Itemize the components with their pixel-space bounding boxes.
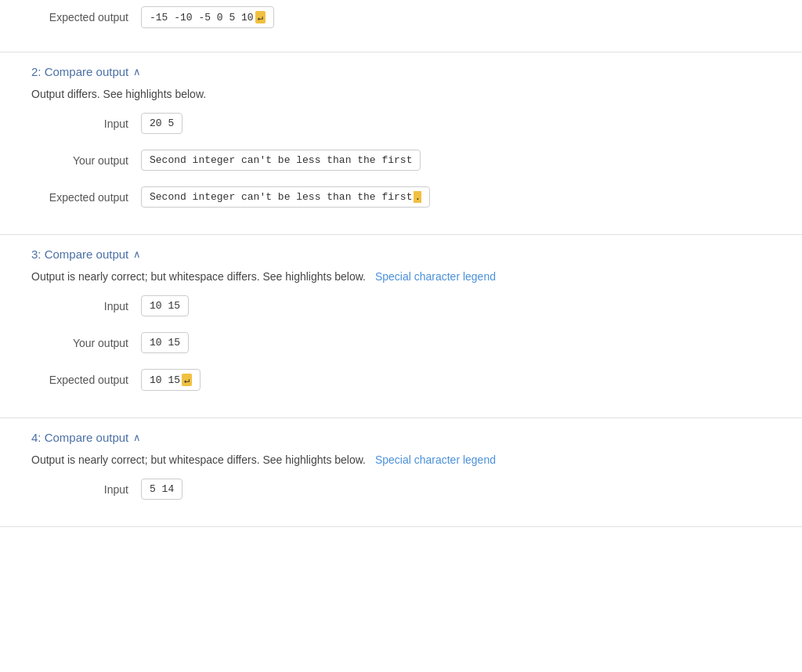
newline-char-top: ↵ — [255, 11, 266, 23]
input-box-4: 5 14 — [141, 479, 182, 500]
period-highlight-2: . — [414, 191, 421, 203]
input-row-3: Input 10 15 — [31, 295, 771, 316]
expected-output-label-top: Expected output — [31, 11, 141, 23]
compare-header-label-2: 2: Compare output — [31, 65, 128, 78]
input-row-2: Input 20 5 — [31, 113, 771, 134]
status-text-3: Output is nearly correct; but whitespace… — [31, 270, 771, 283]
chevron-icon-3[interactable]: ∧ — [133, 248, 141, 260]
status-text-2: Output differs. See highlights below. — [31, 88, 771, 100]
chevron-icon-4[interactable]: ∧ — [133, 432, 141, 443]
expected-output-label-3: Expected output — [31, 374, 141, 386]
special-char-link-4[interactable]: Special character legend — [375, 453, 496, 466]
expected-output-box-top: -15 -10 -5 0 5 10 ↵ — [141, 6, 274, 28]
input-value-4: 5 14 — [150, 483, 174, 495]
your-output-label-2: Your output — [31, 154, 141, 167]
expected-output-row-2: Expected output Second integer can't be … — [31, 186, 771, 208]
input-label-4: Input — [31, 483, 141, 496]
input-label-3: Input — [31, 300, 141, 313]
compare-section-2: 2: Compare output ∧ Output differs. See … — [0, 52, 802, 235]
special-char-link-3[interactable]: Special character legend — [375, 270, 496, 283]
page-wrapper: Expected output -15 -10 -5 0 5 10 ↵ 2: C… — [0, 0, 802, 527]
input-box-2: 20 5 — [141, 113, 182, 134]
status-label-4: Output is nearly correct; but whitespace… — [31, 453, 366, 466]
input-value-3: 10 15 — [150, 300, 180, 312]
expected-output-row-3: Expected output 10 15 ↵ — [31, 369, 771, 391]
status-label-3: Output is nearly correct; but whitespace… — [31, 270, 366, 283]
expected-output-value-top: -15 -10 -5 0 5 10 — [150, 12, 254, 23]
newline-char-3: ↵ — [182, 374, 192, 386]
fields-group-4: Input 5 14 — [31, 479, 771, 508]
input-box-3: 10 15 — [141, 295, 189, 316]
your-output-box-2: Second integer can't be less than the fi… — [141, 150, 421, 171]
status-text-4: Output is nearly correct; but whitespace… — [31, 453, 771, 466]
expected-output-value-2: Second integer can't be less than the fi… — [150, 191, 412, 203]
your-output-label-3: Your output — [31, 337, 141, 349]
input-row-4: Input 5 14 — [31, 479, 771, 500]
compare-section-4: 4: Compare output ∧ Output is nearly cor… — [0, 418, 802, 527]
compare-header-label-3: 3: Compare output — [31, 247, 128, 261]
fields-group-2: Input 20 5 Your output Second integer ca… — [31, 113, 771, 215]
your-output-value-2: Second integer can't be less than the fi… — [150, 154, 412, 166]
input-value-2: 20 5 — [150, 117, 174, 129]
expected-output-row-top: Expected output -15 -10 -5 0 5 10 ↵ — [31, 6, 771, 28]
expected-output-value-3: 10 15 — [150, 374, 180, 386]
compare-header-4: 4: Compare output ∧ — [31, 431, 771, 444]
expected-output-box-3: 10 15 ↵ — [141, 369, 200, 391]
expected-output-box-2: Second integer can't be less than the fi… — [141, 186, 430, 208]
your-output-box-3: 10 15 — [141, 332, 189, 353]
input-label-2: Input — [31, 117, 141, 130]
compare-header-2: 2: Compare output ∧ — [31, 65, 771, 78]
compare-section-3: 3: Compare output ∧ Output is nearly cor… — [0, 235, 802, 418]
compare-header-label-4: 4: Compare output — [31, 431, 128, 444]
your-output-row-3: Your output 10 15 — [31, 332, 771, 353]
top-section: Expected output -15 -10 -5 0 5 10 ↵ — [0, 0, 802, 52]
expected-output-label-2: Expected output — [31, 191, 141, 204]
fields-group-3: Input 10 15 Your output 10 15 Expected o… — [31, 295, 771, 399]
compare-header-3: 3: Compare output ∧ — [31, 247, 771, 261]
your-output-value-3: 10 15 — [150, 337, 180, 349]
chevron-icon-2[interactable]: ∧ — [133, 66, 141, 78]
your-output-row-2: Your output Second integer can't be less… — [31, 150, 771, 171]
